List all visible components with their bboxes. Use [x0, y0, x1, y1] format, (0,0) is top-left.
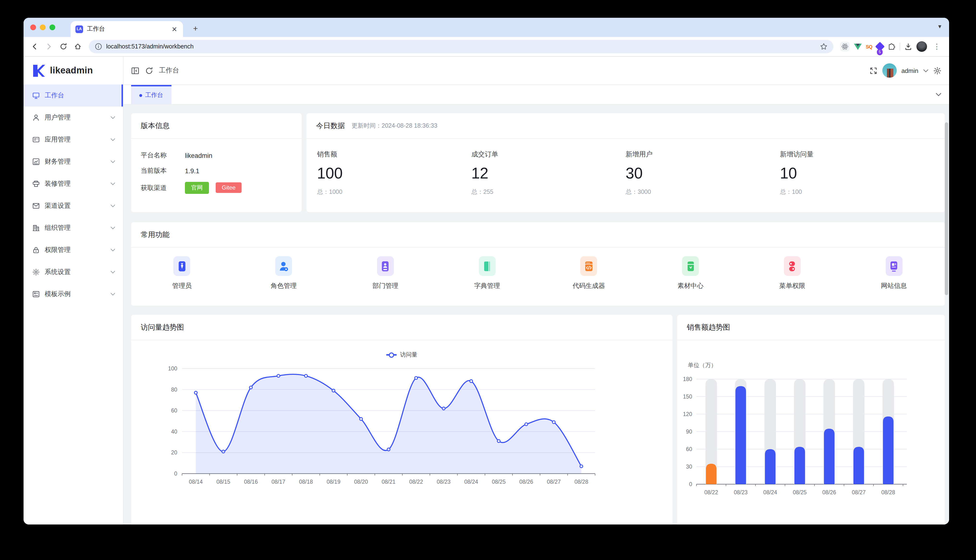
tab-search-chevron-icon[interactable]: ▼: [937, 23, 943, 29]
feature-dictionary-management[interactable]: 字典管理: [436, 256, 538, 290]
sidebar-item-user-management[interactable]: 用户管理: [23, 107, 123, 128]
feature-menu-permission[interactable]: 菜单权限: [741, 256, 843, 290]
forward-icon[interactable]: [43, 40, 55, 53]
field-label: 当前版本: [141, 167, 185, 175]
breadcrumb: 工作台: [159, 66, 179, 75]
sidebar-item-permission-management[interactable]: 权限管理: [23, 239, 123, 261]
route-tab-label: 工作台: [145, 91, 163, 99]
visits-trend-card: 访问量趋势图 访问量 02040608010008/1408/1508/1608…: [131, 315, 672, 525]
home-icon[interactable]: [72, 40, 84, 53]
sidebar-item-decoration-management[interactable]: 装修管理: [23, 173, 123, 195]
tabbar-chevron-icon[interactable]: [936, 85, 941, 104]
sidebar-item-system-settings[interactable]: 系统设置: [23, 261, 123, 283]
close-tab-icon[interactable]: ✕: [171, 26, 178, 32]
user-avatar[interactable]: [882, 63, 896, 78]
scrollbar-thumb[interactable]: [945, 122, 948, 295]
bookmark-star-icon[interactable]: [820, 43, 827, 50]
brand-area[interactable]: likeadmin: [23, 57, 123, 85]
sidebar-item-finance-management[interactable]: 财务管理: [23, 151, 123, 173]
svg-text:08/22: 08/22: [704, 489, 718, 495]
chevron-down-icon: [110, 293, 115, 296]
svg-text:08/22: 08/22: [409, 479, 423, 485]
admin-icon: [177, 260, 187, 272]
platform-name-value: likeadmin: [185, 152, 212, 159]
feature-code-generator[interactable]: 代码生成器: [538, 256, 640, 290]
downloads-icon[interactable]: [904, 43, 912, 50]
chevron-down-icon: [110, 116, 115, 119]
card-title: 常用功能: [141, 230, 170, 239]
material-center-icon: [686, 260, 695, 272]
sidebar-item-workbench[interactable]: 工作台: [23, 85, 123, 107]
sidebar-item-label: 用户管理: [45, 113, 70, 122]
svg-text:08/27: 08/27: [852, 489, 866, 495]
browser-menu-icon[interactable]: ⋮: [931, 42, 943, 51]
feature-website-info[interactable]: 网站信息: [843, 256, 945, 290]
username: admin: [901, 67, 918, 74]
svg-text:08/21: 08/21: [382, 479, 396, 485]
svg-text:08/17: 08/17: [272, 479, 286, 485]
svg-text:150: 150: [683, 393, 692, 400]
sidebar-item-label: 财务管理: [45, 157, 70, 166]
stack-extension-icon[interactable]: 5: [875, 42, 885, 51]
browser-tab[interactable]: LA 工作台 ✕: [70, 21, 183, 37]
feature-department-management[interactable]: 部门管理: [334, 256, 436, 290]
official-site-button[interactable]: 官网: [185, 182, 209, 194]
minimize-window-button[interactable]: [40, 25, 46, 30]
svg-text:0: 0: [689, 481, 692, 487]
update-time: 更新时间：2024-08-28 18:36:33: [352, 122, 437, 130]
chevron-down-icon: [110, 271, 115, 273]
settings-gear-icon[interactable]: [933, 67, 941, 75]
svg-text:08/24: 08/24: [464, 479, 478, 485]
reload-icon[interactable]: [57, 40, 70, 53]
sq-extension-icon[interactable]: SQ: [866, 44, 872, 49]
route-tab-workbench[interactable]: 工作台: [131, 85, 172, 104]
sales-bar-chart: 030609012015018008/2208/2308/2408/2508/2…: [677, 372, 926, 507]
extensions-puzzle-icon[interactable]: [887, 43, 895, 50]
sidebar-item-channel-settings[interactable]: 渠道设置: [23, 195, 123, 217]
fullscreen-icon[interactable]: [869, 67, 877, 75]
svg-text:20: 20: [171, 449, 177, 456]
svg-text:180: 180: [683, 376, 692, 382]
extensions-area: SQ 5 ⋮: [838, 41, 944, 52]
active-tab-dot: [140, 94, 142, 97]
sidebar-menu: 工作台 用户管理 应用管理: [23, 85, 123, 525]
lock-icon: [32, 246, 40, 254]
admin-app: likeadmin 工作台 用户管理 应用管理: [23, 57, 949, 525]
address-bar[interactable]: localhost:5173/admin/workbench: [89, 40, 833, 53]
user-menu-chevron-icon[interactable]: [923, 69, 928, 72]
feature-admin[interactable]: 管理员: [131, 256, 233, 290]
refresh-icon[interactable]: [145, 67, 153, 75]
sidebar-item-template-examples[interactable]: 模板示例: [23, 283, 123, 305]
app-card-icon: [32, 136, 40, 143]
svg-text:80: 80: [171, 387, 177, 393]
new-tab-button[interactable]: +: [190, 23, 201, 35]
field-label: 获取渠道: [141, 183, 185, 192]
chevron-down-icon: [110, 138, 115, 141]
sidebar-item-organization-management[interactable]: 组织管理: [23, 217, 123, 239]
zoom-window-button[interactable]: [50, 25, 55, 30]
line-legend[interactable]: 访问量: [131, 351, 672, 359]
collapse-sidebar-icon[interactable]: [131, 67, 139, 75]
gitee-button[interactable]: Gitee: [216, 182, 242, 193]
user-icon: [32, 114, 40, 122]
today-data-card: 今日数据 更新时间：2024-08-28 18:36:33 销售额 100 总：…: [306, 113, 945, 212]
back-icon[interactable]: [28, 40, 41, 53]
svg-text:30: 30: [686, 463, 692, 470]
template-icon: [32, 290, 40, 298]
card-title: 版本信息: [141, 121, 170, 130]
svg-text:0: 0: [174, 470, 177, 477]
sales-trend-card: 销售额趋势图 单位（万） 030609012015018008/2208/230…: [677, 315, 945, 525]
legend-line-icon: [386, 354, 397, 356]
chevron-down-icon: [110, 204, 115, 207]
svg-text:08/24: 08/24: [763, 489, 777, 495]
feature-role-management[interactable]: 角色管理: [233, 256, 335, 290]
monitor-icon: [32, 92, 40, 99]
browser-profile-avatar[interactable]: [916, 41, 927, 52]
site-info-icon[interactable]: [95, 43, 102, 50]
sidebar-item-app-management[interactable]: 应用管理: [23, 128, 123, 151]
react-devtools-icon[interactable]: [840, 42, 849, 51]
feature-material-center[interactable]: 素材中心: [640, 256, 742, 290]
version-value: 1.9.1: [185, 167, 199, 175]
close-window-button[interactable]: [30, 25, 36, 30]
vue-devtools-icon[interactable]: [854, 43, 861, 50]
